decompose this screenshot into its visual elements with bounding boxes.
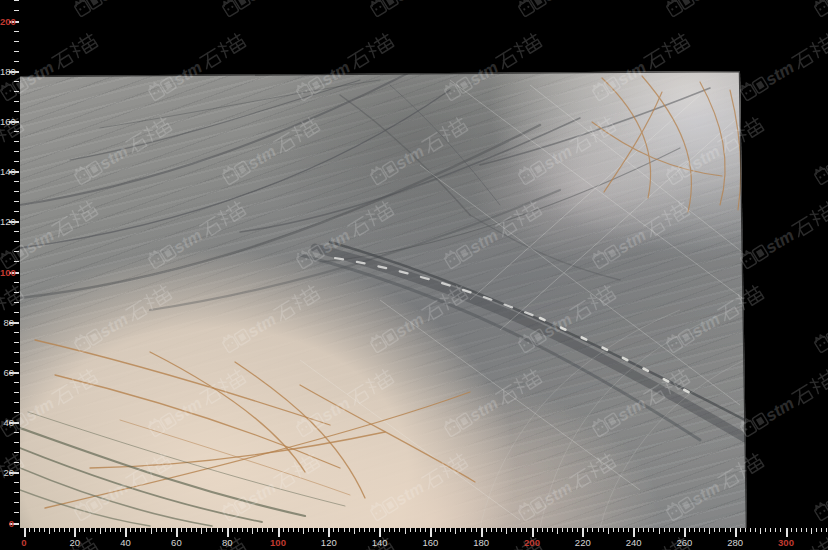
vertical-ruler-tick: [14, 111, 19, 112]
horizontal-ruler-tick: [247, 528, 248, 532]
watermark-cjk-mao: [69, 536, 98, 550]
horizontal-ruler-tick: [90, 528, 91, 532]
horizontal-ruler-tick: [775, 528, 776, 532]
horizontal-ruler-tick: [354, 528, 355, 534]
watermark-cjk-mao: [809, 200, 828, 227]
horizontal-ruler-tick: [206, 528, 207, 532]
vertical-ruler-label: 100: [0, 267, 14, 278]
horizontal-ruler-tick: [196, 528, 197, 532]
horizontal-ruler-tick: [359, 528, 360, 532]
horizontal-ruler-tick: [186, 528, 187, 532]
horizontal-ruler-tick: [735, 528, 737, 537]
horizontal-ruler-tick: [115, 528, 116, 532]
vertical-ruler-tick: [14, 191, 19, 192]
horizontal-ruler-tick: [455, 528, 456, 534]
horizontal-ruler-tick: [806, 528, 807, 532]
vertical-ruler-label: 40: [0, 417, 14, 428]
vertical-ruler-tick: [9, 121, 19, 123]
watermark-cjk-mao: [69, 32, 98, 59]
horizontal-ruler-tick: [415, 528, 416, 532]
horizontal-ruler-tick: [227, 528, 229, 537]
vertical-ruler-label: 180: [0, 66, 14, 77]
horizontal-ruler-tick: [181, 528, 182, 532]
horizontal-ruler-tick: [308, 528, 309, 532]
vertical-ruler-label: 20: [0, 467, 14, 478]
watermark-cjk-shi: [496, 49, 519, 70]
horizontal-ruler-tick: [542, 528, 543, 532]
watermark-cjk-mao: [809, 32, 828, 59]
horizontal-ruler-label: 200: [519, 537, 545, 548]
horizontal-ruler-tick: [501, 528, 502, 532]
horizontal-ruler-label: 100: [265, 537, 291, 548]
watermark-logo-icon: [221, 0, 251, 17]
horizontal-ruler-tick: [811, 528, 812, 534]
watermark-cjk-mao: [365, 536, 394, 550]
horizontal-ruler-tick: [379, 528, 381, 537]
watermark-brand-mark: stm: [810, 0, 828, 22]
horizontal-ruler-tick: [410, 528, 411, 532]
horizontal-ruler-tick: [338, 528, 339, 532]
watermark-text: stm: [762, 225, 797, 257]
horizontal-ruler-tick: [714, 528, 715, 532]
watermark-cjk-shi: [348, 49, 371, 70]
watermark-brand-mark: stm: [440, 530, 548, 550]
vertical-ruler-tick: [14, 502, 19, 503]
horizontal-ruler-tick: [653, 528, 654, 532]
watermark-brand-mark: stm: [218, 0, 326, 22]
watermark-cjk-mao: [809, 536, 828, 550]
watermark-cjk-shi: [644, 49, 667, 70]
horizontal-ruler-tick: [826, 528, 827, 532]
vertical-ruler-tick: [14, 282, 19, 283]
horizontal-ruler-tick: [465, 528, 466, 532]
horizontal-ruler-tick: [100, 528, 101, 534]
vertical-ruler-tick: [9, 272, 19, 274]
vertical-ruler-tick: [14, 31, 19, 32]
horizontal-ruler-tick: [704, 528, 705, 532]
horizontal-ruler-tick: [445, 528, 446, 532]
watermark-cjk-shi: [792, 385, 815, 406]
horizontal-ruler-tick: [567, 528, 568, 532]
horizontal-ruler-tick: [166, 528, 167, 532]
horizontal-ruler-tick: [364, 528, 365, 532]
watermark-cjk-mao: [365, 32, 394, 59]
vertical-ruler-tick: [14, 462, 19, 463]
horizontal-ruler-tick: [237, 528, 238, 532]
vertical-ruler-tick: [14, 51, 19, 52]
horizontal-ruler-tick: [648, 528, 649, 532]
horizontal-ruler-tick: [283, 528, 284, 532]
horizontal-ruler-tick: [110, 528, 111, 532]
watermark-brand-mark: stm: [736, 26, 828, 106]
horizontal-ruler-label: 240: [621, 537, 647, 548]
horizontal-ruler-tick: [618, 528, 619, 532]
watermark-logo-icon: [813, 0, 828, 17]
horizontal-ruler-tick: [349, 528, 350, 532]
watermark-logo-icon: [813, 158, 828, 185]
horizontal-ruler-tick: [496, 528, 497, 532]
horizontal-ruler-label: 80: [214, 537, 240, 548]
horizontal-ruler-tick: [608, 528, 609, 534]
horizontal-ruler-label: 300: [773, 537, 799, 548]
watermark-brand-mark: stm: [588, 530, 696, 550]
horizontal-ruler-tick: [262, 528, 263, 532]
horizontal-ruler-tick: [267, 528, 268, 532]
horizontal-ruler-tick: [420, 528, 421, 532]
horizontal-ruler-tick: [257, 528, 258, 532]
watermark-logo-icon: [517, 0, 547, 17]
horizontal-ruler-tick: [592, 528, 593, 532]
vertical-ruler-label: 200: [0, 16, 14, 27]
watermark-logo-icon: [665, 0, 695, 17]
watermark-logo-icon: [739, 74, 769, 101]
horizontal-ruler-tick: [140, 528, 141, 532]
horizontal-ruler-label: 160: [417, 537, 443, 548]
horizontal-ruler-tick: [638, 528, 639, 532]
vertical-ruler-label: 120: [0, 216, 14, 227]
horizontal-ruler-label: 60: [163, 537, 189, 548]
horizontal-ruler-tick: [232, 528, 233, 532]
horizontal-ruler-tick: [587, 528, 588, 532]
vertical-ruler-tick: [14, 131, 19, 132]
vertical-ruler-tick: [14, 392, 19, 393]
vertical-ruler-tick: [14, 181, 19, 182]
horizontal-ruler-tick: [303, 528, 304, 534]
vertical-ruler-tick: [14, 332, 19, 333]
horizontal-ruler-tick: [491, 528, 492, 532]
